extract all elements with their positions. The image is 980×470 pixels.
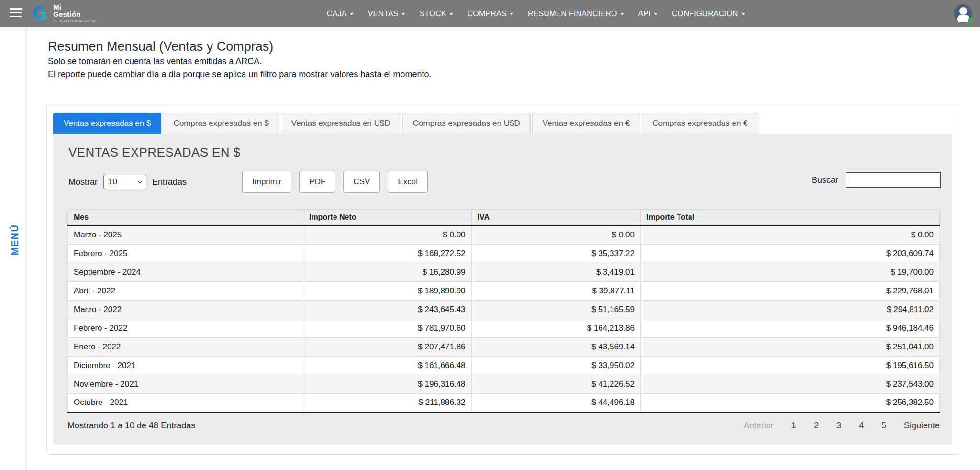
table-cell: Marzo - 2025 bbox=[68, 225, 303, 244]
currency-tabs: Ventas expresadas en $ Compras expresada… bbox=[53, 113, 758, 134]
pagination-page-2[interactable]: 2 bbox=[814, 421, 819, 431]
table-row: Abril - 2022 $ 189,890.90 $ 39,877.11 $ … bbox=[68, 281, 940, 300]
panel-heading: VENTAS EXPRESADAS EN $ bbox=[68, 145, 240, 160]
print-button[interactable]: Imprimir bbox=[242, 171, 291, 193]
table-row: Septiembre - 2024 $ 16,280.99 $ 3,419.01… bbox=[68, 263, 940, 281]
chevron-down-icon bbox=[620, 13, 624, 15]
column-header-mes: Mes bbox=[68, 210, 303, 226]
pagination-page-3[interactable]: 3 bbox=[836, 421, 841, 431]
pdf-button[interactable]: PDF bbox=[299, 171, 335, 193]
table-cell: $ 168,272.52 bbox=[303, 244, 471, 263]
table-cell: Abril - 2022 bbox=[68, 281, 303, 300]
pagination-page-1[interactable]: 1 bbox=[791, 421, 796, 431]
table-cell: Diciembre - 2021 bbox=[68, 356, 303, 375]
table-row: Marzo - 2022 $ 243,645.43 $ 51,165.59 $ … bbox=[68, 300, 940, 319]
table-cell: $ 229,768.01 bbox=[641, 281, 940, 300]
table-cell: Enero - 2022 bbox=[68, 337, 303, 356]
tab-compras-eur[interactable]: Compras expresadas en € bbox=[642, 113, 758, 134]
table-cell: $ 44,496.18 bbox=[471, 393, 640, 412]
table-cell: $ 0.00 bbox=[641, 225, 940, 244]
table-cell: $ 161,666.48 bbox=[303, 356, 471, 375]
pagination-next[interactable]: Siguiente bbox=[904, 421, 940, 431]
brand-text: Mi Gestión TU PLATAFORMA ONLINE bbox=[53, 3, 97, 22]
tab-compras-pesos[interactable]: Compras expresadas en $ bbox=[163, 113, 279, 134]
nav-item-label: STOCK bbox=[420, 10, 446, 18]
g-logo-icon: G bbox=[30, 3, 50, 23]
table-cell: $ 35,337.22 bbox=[471, 244, 640, 263]
nav-item-label: VENTAS bbox=[368, 10, 399, 18]
table-cell: $ 39,877.11 bbox=[471, 281, 640, 300]
page-title: Resumen Mensual (Ventas y Compras) bbox=[48, 39, 273, 54]
table-cell: $ 19,700.00 bbox=[641, 263, 940, 281]
nav-item-api[interactable]: API bbox=[638, 10, 657, 18]
nav-item-stock[interactable]: STOCK bbox=[420, 10, 453, 18]
table-row: Octubre - 2021 $ 211,886.32 $ 44,496.18 … bbox=[68, 393, 940, 412]
menu-vertical-toggle[interactable]: MENÚ bbox=[10, 224, 21, 256]
nav-item-label: CAJA bbox=[327, 10, 347, 18]
user-avatar[interactable] bbox=[954, 4, 972, 23]
nav-item-compras[interactable]: COMPRAS bbox=[468, 10, 513, 18]
nav-item-label: RESUMEN FINANCIERO bbox=[528, 10, 617, 18]
entries-label: Entradas bbox=[152, 177, 187, 187]
table-cell: $ 3,419.01 bbox=[471, 263, 640, 281]
table-cell: Octubre - 2021 bbox=[68, 393, 303, 412]
table-cell: $ 237,543.00 bbox=[641, 375, 940, 393]
table-cell: $ 196,316.48 bbox=[303, 375, 471, 393]
tab-ventas-usd[interactable]: Ventas expresadas en U$D bbox=[281, 113, 401, 134]
tab-ventas-pesos[interactable]: Ventas expresadas en $ bbox=[53, 113, 161, 134]
brand-name-line1: Mi bbox=[53, 3, 97, 11]
table-cell: $ 946,184.46 bbox=[641, 319, 940, 337]
table-cell: $ 781,970.60 bbox=[303, 319, 471, 337]
tab-compras-usd[interactable]: Compras expresadas en U$D bbox=[402, 113, 531, 134]
table-cell: Marzo - 2022 bbox=[68, 300, 303, 319]
pagination-page-4[interactable]: 4 bbox=[859, 421, 864, 431]
chevron-down-icon bbox=[510, 13, 513, 15]
nav-item-configuracion[interactable]: CONFIGURACION bbox=[672, 10, 745, 18]
main-navigation: CAJA VENTAS STOCK COMPRAS RESUMEN FINANC… bbox=[327, 0, 745, 27]
hamburger-menu-icon[interactable] bbox=[10, 8, 23, 19]
page-size-value: 10 bbox=[108, 177, 117, 187]
chevron-down-icon bbox=[654, 13, 657, 15]
results-table-wrap: Mes Importe Neto IVA Importe Total Marzo… bbox=[67, 209, 940, 413]
table-cell: Septiembre - 2024 bbox=[68, 263, 303, 281]
table-controls: Mostrar 10 Entradas Imprimir PDF CSV Exc… bbox=[53, 171, 952, 194]
nav-item-label: CONFIGURACION bbox=[672, 10, 738, 18]
table-cell: $ 43,569.14 bbox=[471, 337, 640, 356]
top-navbar: G Mi Gestión TU PLATAFORMA ONLINE CAJA V… bbox=[0, 0, 980, 27]
table-cell: $ 251,041.00 bbox=[641, 337, 940, 356]
table-cell: $ 189,890.90 bbox=[303, 281, 471, 300]
table-cell: Noviembre - 2021 bbox=[68, 375, 303, 393]
brand-tagline: TU PLATAFORMA ONLINE bbox=[53, 19, 97, 22]
pagination-previous[interactable]: Anterior bbox=[744, 421, 774, 431]
nav-item-label: COMPRAS bbox=[468, 10, 507, 18]
brand-name-line2: Gestión bbox=[53, 11, 97, 18]
table-row: Noviembre - 2021 $ 196,316.48 $ 41,226.5… bbox=[68, 375, 940, 393]
table-row: Diciembre - 2021 $ 161,666.48 $ 33,950.0… bbox=[68, 356, 940, 375]
table-cell: $ 256,382.50 bbox=[641, 393, 940, 412]
table-cell: $ 41,226.52 bbox=[471, 375, 640, 393]
brand-logo[interactable]: G Mi Gestión TU PLATAFORMA ONLINE bbox=[30, 3, 97, 23]
chevron-down-icon bbox=[741, 13, 745, 15]
person-icon bbox=[959, 7, 967, 15]
table-cell: $ 16,280.99 bbox=[303, 263, 471, 281]
column-header-importe-neto: Importe Neto bbox=[303, 210, 471, 226]
nav-item-caja[interactable]: CAJA bbox=[327, 10, 354, 18]
nav-item-ventas[interactable]: VENTAS bbox=[368, 10, 405, 18]
nav-item-resumen-financiero[interactable]: RESUMEN FINANCIERO bbox=[528, 10, 624, 18]
table-cell: $ 33,950.02 bbox=[471, 356, 640, 375]
online-status-dot bbox=[968, 18, 973, 23]
tab-ventas-eur[interactable]: Ventas expresadas en € bbox=[532, 113, 640, 134]
csv-button[interactable]: CSV bbox=[343, 171, 380, 193]
table-cell: $ 51,165.59 bbox=[471, 300, 640, 319]
results-table: Mes Importe Neto IVA Importe Total Marzo… bbox=[67, 209, 940, 413]
chevron-down-icon bbox=[138, 179, 143, 184]
excel-button[interactable]: Excel bbox=[388, 171, 428, 193]
pagination-page-5[interactable]: 5 bbox=[881, 421, 886, 431]
column-header-iva: IVA bbox=[471, 210, 640, 226]
search-input[interactable] bbox=[846, 172, 941, 188]
table-cell: $ 243,645.43 bbox=[303, 300, 471, 319]
table-cell: Febrero - 2022 bbox=[68, 319, 303, 337]
page-size-select[interactable]: 10 bbox=[103, 175, 146, 189]
table-row: Marzo - 2025 $ 0.00 $ 0.00 $ 0.00 bbox=[68, 225, 940, 244]
chevron-down-icon bbox=[401, 13, 405, 15]
